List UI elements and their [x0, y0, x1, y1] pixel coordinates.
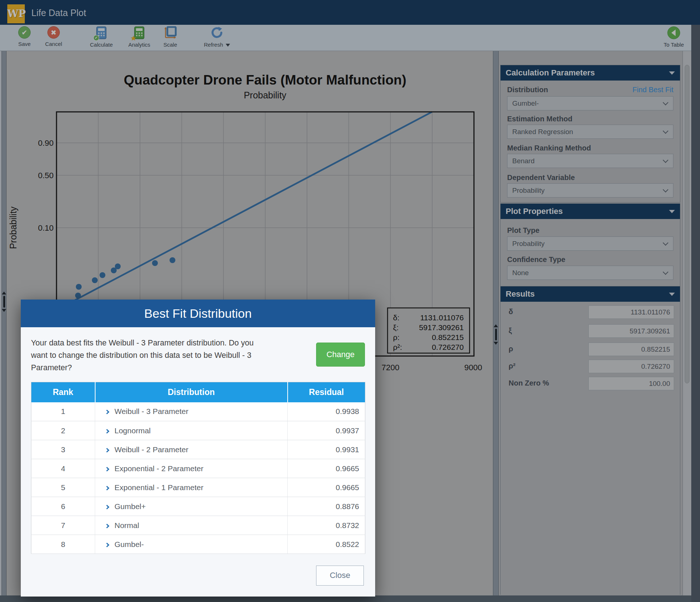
save-check-icon: ✔	[18, 26, 31, 39]
stat-rho-label: ρ:	[393, 333, 400, 341]
collapse-caret-icon	[669, 71, 675, 75]
refresh-button[interactable]: Refresh	[197, 26, 237, 50]
change-button[interactable]: Change	[316, 343, 365, 367]
stat-xi-value: 5917.309261	[419, 323, 464, 332]
plot-properties-section: Plot Properties Plot Type Probability Co…	[500, 203, 680, 287]
distribution-cell: Exponential - 2 Parameter	[95, 459, 288, 478]
y-tick-090: 0.90	[38, 138, 54, 148]
distribution-select[interactable]: Gumbel-	[507, 96, 673, 110]
left-splitter[interactable]	[1, 51, 7, 595]
residual-cell: 0.9938	[288, 402, 365, 421]
plot-type-label: Plot Type	[507, 226, 540, 235]
residual-cell: 0.9665	[288, 478, 365, 497]
rank-cell: 2	[31, 421, 95, 440]
result-rho2-label: ρ²	[509, 362, 516, 370]
find-best-fit-link[interactable]: Find Best Fit	[633, 86, 673, 94]
cancel-button[interactable]: ✖ Cancel	[37, 26, 70, 50]
result-delta-label: δ	[509, 308, 513, 316]
table-row[interactable]: 3 Weibull - 2 Parameter 0.9931	[31, 440, 365, 459]
distribution-cell: Weibull - 2 Parameter	[95, 440, 288, 459]
plot-properties-header[interactable]: Plot Properties	[501, 204, 680, 219]
chevron-right-icon[interactable]	[105, 543, 109, 547]
rank-column-header: Rank	[31, 382, 95, 402]
stat-rho2-value: 0.726270	[432, 343, 464, 351]
residual-cell: 0.9937	[288, 421, 365, 440]
result-nonzero-label: Non Zero %	[509, 379, 549, 387]
residual-cell: 0.9665	[288, 459, 365, 478]
scrollbar-thumb[interactable]	[685, 65, 689, 383]
stat-xi-label: ξ:	[393, 323, 398, 332]
dependent-variable-label: Dependent Variable	[507, 173, 575, 182]
residual-cell: 0.9931	[288, 440, 365, 459]
collapse-down-icon	[2, 309, 6, 312]
chevron-right-icon[interactable]	[105, 467, 109, 472]
result-nonzero-value: 100.00	[588, 377, 674, 390]
plot-type-select[interactable]: Probability	[507, 236, 673, 251]
table-row[interactable]: 7 Normal 0.8732	[31, 516, 365, 535]
residual-column-header: Residual	[288, 382, 365, 402]
dependent-variable-value: Probability	[512, 187, 545, 194]
calculate-label: Calculate	[85, 42, 118, 48]
close-button[interactable]: Close	[316, 566, 364, 586]
results-title: Results	[506, 289, 534, 298]
table-row[interactable]: 5 Exponential - 1 Parameter 0.9665	[31, 478, 365, 497]
analytics-label: Analytics	[123, 42, 156, 48]
chevron-right-icon[interactable]	[105, 429, 109, 434]
rank-cell: 4	[31, 459, 95, 478]
y-tick-050: 0.50	[38, 171, 54, 180]
scale-button[interactable]: Scale	[154, 26, 187, 50]
collapse-up-icon	[494, 324, 498, 327]
dependent-variable-select[interactable]: Probability	[507, 183, 673, 198]
dialog-message: Your data best fits the Weibull - 3 Para…	[31, 337, 267, 374]
calculation-parameters-header[interactable]: Calculation Parameters	[501, 65, 680, 81]
stat-rho-value: 0.852215	[432, 333, 464, 341]
stats-box: δ: 1131.011076 ξ: 5917.309261 ρ: 0.85221…	[388, 308, 470, 353]
table-row[interactable]: 2 Lognormal 0.9937	[31, 421, 365, 440]
median-ranking-method-select[interactable]: Benard	[507, 154, 673, 168]
to-table-label: To Table	[656, 42, 692, 48]
vertical-scrollbar[interactable]	[682, 51, 691, 595]
back-arrow-icon	[667, 26, 680, 40]
chevron-right-icon[interactable]	[105, 448, 109, 453]
table-row[interactable]: 1 Weibull - 3 Parameter 0.9938	[31, 402, 365, 421]
table-row[interactable]: 6 Gumbel+ 0.8876	[31, 497, 365, 516]
distribution-cell: Gumbel+	[95, 497, 288, 516]
star-badge-icon: ★	[131, 34, 136, 42]
calculate-button[interactable]: ✔ Calculate	[85, 26, 118, 50]
y-axis-label: Probability	[8, 206, 18, 249]
scale-icon	[164, 26, 177, 40]
left-splitter-grip[interactable]	[1, 292, 7, 312]
distribution-cell: Normal	[95, 516, 288, 535]
save-label: Save	[8, 41, 41, 47]
save-button[interactable]: ✔ Save	[8, 26, 41, 50]
grip-bar	[495, 329, 497, 340]
analytics-calculator-icon: ★	[134, 26, 145, 40]
table-row[interactable]: 4 Exponential - 2 Parameter 0.9665	[31, 459, 365, 478]
cancel-label: Cancel	[37, 41, 70, 47]
chart-subtitle: Probability	[244, 90, 287, 100]
rank-cell: 8	[31, 535, 95, 554]
confidence-type-label: Confidence Type	[507, 255, 565, 264]
chevron-right-icon[interactable]	[105, 410, 109, 414]
cancel-x-icon: ✖	[47, 26, 60, 39]
chevron-right-icon[interactable]	[105, 505, 109, 509]
distribution-cell: Lognormal	[95, 421, 288, 440]
result-rho-label: ρ	[509, 345, 513, 353]
panel-splitter-grip[interactable]	[493, 324, 498, 345]
chevron-right-icon[interactable]	[105, 524, 109, 528]
x-tick-9000: 9000	[464, 363, 482, 372]
table-row[interactable]: 8 Gumbel- 0.8522	[31, 535, 365, 554]
estimation-method-label: Estimation Method	[507, 115, 572, 123]
to-table-button[interactable]: To Table	[656, 26, 692, 50]
results-header[interactable]: Results	[501, 286, 680, 302]
y-tick-010: 0.10	[38, 223, 54, 232]
panel-splitter[interactable]	[493, 51, 499, 595]
estimation-method-select[interactable]: Ranked Regression	[507, 125, 673, 139]
collapse-up-icon	[2, 292, 6, 294]
analytics-button[interactable]: ★ Analytics	[123, 26, 156, 50]
chevron-down-icon	[226, 44, 230, 47]
x-tick-7200: 7200	[382, 363, 400, 372]
median-ranking-method-label: Median Ranking Method	[507, 144, 591, 152]
confidence-type-select[interactable]: None	[507, 266, 673, 280]
chevron-right-icon[interactable]	[105, 486, 109, 490]
